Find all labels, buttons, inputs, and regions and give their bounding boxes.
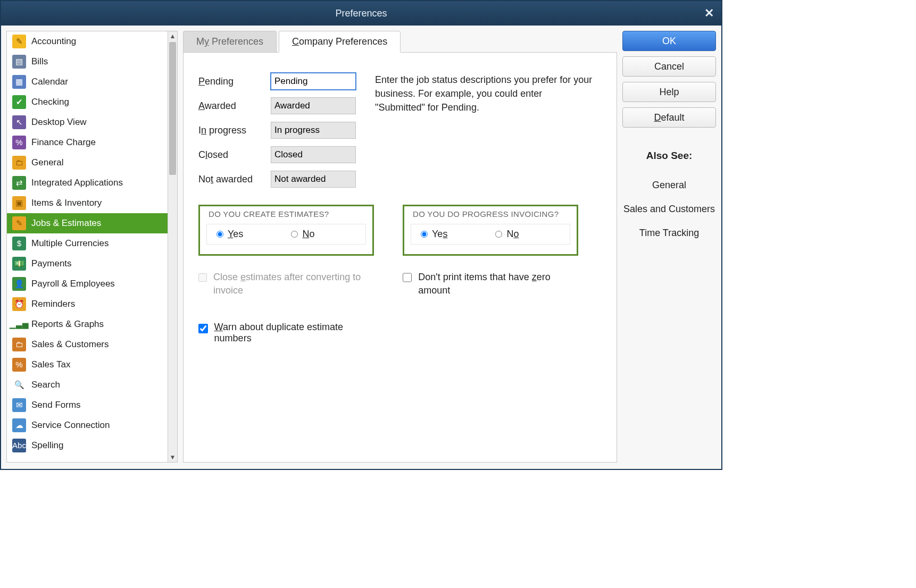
general-icon: 🗀 (12, 156, 26, 170)
sidebar-item-service-connection[interactable]: ☁Service Connection (7, 415, 168, 435)
cancel-button[interactable]: Cancel (622, 56, 716, 77)
checking-icon: ✔ (12, 95, 26, 109)
also-see-title: Also See: (622, 150, 716, 162)
scroll-thumb[interactable] (169, 42, 176, 175)
status-row-3: Closed (198, 146, 602, 163)
multiple-currencies-icon: $ (12, 237, 26, 250)
sidebar-item-spelling[interactable]: AbcSpelling (7, 435, 168, 456)
sidebar-item-label: Checking (31, 97, 69, 107)
check-zero-amount-box[interactable] (403, 273, 412, 282)
check-warn-duplicates-box[interactable] (198, 324, 208, 333)
status-label: Closed (198, 149, 263, 161)
also-see-link-time-tracking[interactable]: Time Tracking (622, 228, 716, 239)
group-progress-invoicing-label: DO YOU DO PROGRESS INVOICING? (411, 206, 561, 224)
reminders-icon: ⏰ (12, 297, 26, 311)
status-input-0[interactable] (271, 73, 356, 90)
payments-icon: 💵 (12, 257, 26, 271)
sidebar-item-payments[interactable]: 💵Payments (7, 254, 168, 274)
sidebar-item-send-forms[interactable]: ✉Send Forms (7, 395, 168, 415)
accounting-icon: ✎ (12, 35, 26, 48)
send-forms-icon: ✉ (12, 398, 26, 412)
sidebar-item-label: General (31, 157, 63, 168)
sidebar-item-label: Sales & Customers (31, 339, 109, 350)
sidebar-item-label: Multiple Currencies (31, 238, 109, 249)
also-see-link-sales-and-customers[interactable]: Sales and Customers (622, 204, 716, 215)
help-button[interactable]: Help (622, 82, 716, 102)
default-button[interactable]: Default (622, 107, 716, 128)
group-create-estimates-label: DO YOU CREATE ESTIMATES? (206, 206, 331, 224)
sidebar-item-payroll-employees[interactable]: 👤Payroll & Employees (7, 274, 168, 294)
sidebar-item-label: Sales Tax (31, 359, 70, 370)
reports-graphs-icon: ▁▃▅ (12, 317, 26, 331)
sidebar-item-checking[interactable]: ✔Checking (7, 92, 168, 112)
sidebar-item-finance-charge[interactable]: %Finance Charge (7, 132, 168, 153)
status-row-2: In progress (198, 122, 602, 139)
jobs-estimates-icon: ✎ (12, 216, 26, 230)
sidebar-item-general[interactable]: 🗀General (7, 153, 168, 173)
window-title: Preferences (335, 8, 387, 19)
radio-progress-no[interactable]: No (495, 229, 519, 240)
sidebar-item-label: Items & Inventory (31, 198, 102, 208)
sidebar-item-label: Reminders (31, 299, 75, 309)
sidebar-item-label: Search (31, 380, 60, 390)
status-input-1[interactable] (271, 97, 356, 114)
preferences-window: Preferences ✕ ✎Accounting▤Bills▦Calendar… (0, 0, 722, 470)
radio-estimates-yes[interactable]: Yes (216, 229, 243, 240)
scroll-up-icon[interactable]: ▲ (168, 31, 177, 41)
sidebar-item-label: Finance Charge (31, 137, 96, 148)
status-label: Awarded (198, 100, 263, 112)
ok-button[interactable]: OK (622, 31, 716, 51)
group-progress-invoicing: DO YOU DO PROGRESS INVOICING? Yes No (403, 205, 578, 256)
sidebar-item-label: Service Connection (31, 420, 110, 431)
right-column: OK Cancel Help Default Also See: General… (622, 31, 716, 463)
sidebar-scrollbar[interactable]: ▲ ▼ (168, 31, 177, 462)
status-input-2[interactable] (271, 122, 356, 139)
integrated-applications-icon: ⇄ (12, 176, 26, 190)
status-input-3[interactable] (271, 146, 356, 163)
radio-estimates-no[interactable]: No (291, 229, 314, 240)
sidebar-item-reminders[interactable]: ⏰Reminders (7, 294, 168, 314)
close-icon[interactable]: ✕ (704, 6, 714, 20)
tab-my-preferences[interactable]: My Preferences (183, 31, 277, 52)
also-see-link-general[interactable]: General (622, 180, 716, 191)
desktop-view-icon: ↖ (12, 115, 26, 129)
sidebar-item-accounting[interactable]: ✎Accounting (7, 31, 168, 52)
company-preferences-panel: Enter the job status descriptions you pr… (183, 52, 617, 463)
service-connection-icon: ☁ (12, 418, 26, 432)
sidebar-item-sales-customers[interactable]: 🗀Sales & Customers (7, 334, 168, 355)
sidebar-item-label: Payments (31, 258, 72, 269)
sidebar-item-reports-graphs[interactable]: ▁▃▅Reports & Graphs (7, 314, 168, 334)
status-row-4: Not awarded (198, 171, 602, 188)
sidebar-item-label: Send Forms (31, 400, 81, 410)
status-description: Enter the job status descriptions you pr… (375, 73, 593, 114)
check-close-estimates: Close estimates after converting to invo… (198, 271, 374, 297)
sidebar-item-label: Integrated Applications (31, 178, 123, 188)
sidebar-item-sales-tax[interactable]: %Sales Tax (7, 355, 168, 375)
sidebar-item-multiple-currencies[interactable]: $Multiple Currencies (7, 233, 168, 254)
sidebar-item-desktop-view[interactable]: ↖Desktop View (7, 112, 168, 132)
sidebar-item-calendar[interactable]: ▦Calendar (7, 72, 168, 92)
sidebar-item-jobs-estimates[interactable]: ✎Jobs & Estimates (7, 213, 168, 233)
status-label: Not awarded (198, 174, 263, 185)
check-zero-amount[interactable]: Don't print items that have zero amount (403, 271, 578, 297)
check-close-estimates-box (198, 273, 207, 282)
sidebar-item-integrated-applications[interactable]: ⇄Integrated Applications (7, 173, 168, 193)
sales-tax-icon: % (12, 358, 26, 372)
search-icon: 🔍 (12, 378, 26, 392)
status-input-4[interactable] (271, 171, 356, 188)
sidebar-item-label: Accounting (31, 36, 76, 47)
payroll-employees-icon: 👤 (12, 277, 26, 291)
tab-company-preferences[interactable]: Company Preferences (279, 31, 401, 52)
scroll-down-icon[interactable]: ▼ (168, 452, 177, 462)
sidebar-item-bills[interactable]: ▤Bills (7, 52, 168, 72)
sidebar-item-label: Reports & Graphs (31, 319, 104, 330)
status-label: In progress (198, 125, 263, 136)
sidebar-item-label: Jobs & Estimates (31, 218, 101, 229)
bills-icon: ▤ (12, 55, 26, 69)
sales-customers-icon: 🗀 (12, 338, 26, 351)
sidebar-item-search[interactable]: 🔍Search (7, 375, 168, 395)
check-warn-duplicates[interactable]: Warn about duplicate estimate numbers (198, 322, 379, 344)
sidebar-item-items-inventory[interactable]: ▣Items & Inventory (7, 193, 168, 213)
sidebar-item-label: Spelling (31, 440, 64, 451)
radio-progress-yes[interactable]: Yes (421, 229, 447, 240)
